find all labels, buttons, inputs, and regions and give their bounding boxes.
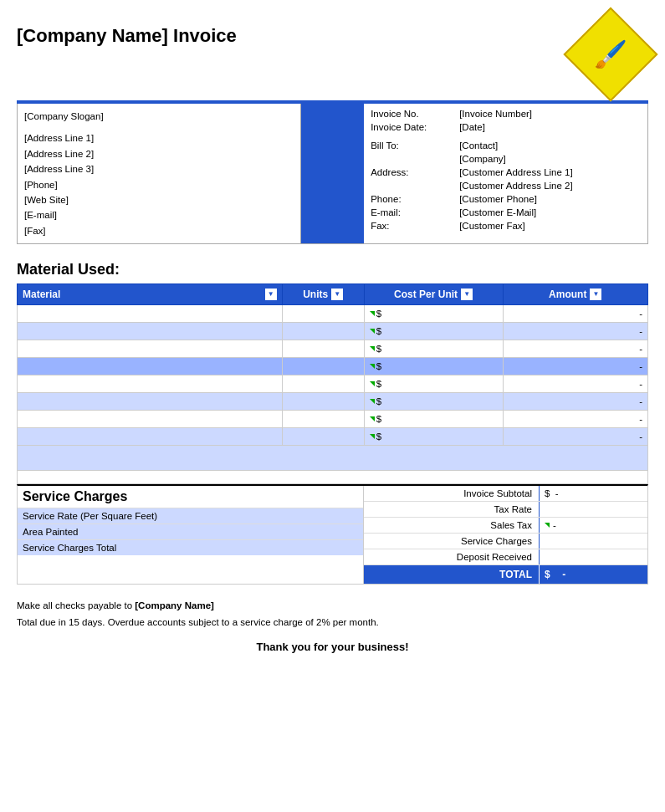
company-fax: [Fax] (24, 223, 294, 238)
tax-rate-value (539, 502, 647, 517)
amount-cell[interactable]: - (503, 358, 647, 375)
units-cell[interactable] (282, 323, 364, 340)
amount-cell[interactable]: - (503, 305, 647, 323)
table-row: $- (18, 411, 648, 428)
materials-table: Material ▼ Units ▼ Cost Per Unit ▼ (17, 283, 648, 446)
address-row: Address: [Customer Address Line 1] (364, 166, 647, 179)
material-cell[interactable] (18, 340, 283, 358)
sales-tax-label: Sales Tax (364, 518, 539, 533)
table-row: $- (18, 375, 648, 393)
phone-label: Phone: (364, 193, 456, 205)
units-cell[interactable] (282, 428, 364, 446)
header: [Company Name] Invoice 🖌️ (17, 17, 648, 92)
service-charges-value (539, 534, 647, 549)
materials-section: Material Used: Material ▼ Units ▼ (17, 261, 648, 484)
units-cell[interactable] (282, 358, 364, 375)
cost-cell[interactable]: $ (364, 358, 503, 375)
material-filter-arrow[interactable]: ▼ (265, 289, 277, 300)
address-line1-value: [Customer Address Line 1] (456, 166, 647, 178)
info-section: [Company Slogan] [Address Line 1] [Addre… (17, 104, 648, 244)
cost-cell[interactable]: $ (364, 393, 503, 411)
units-cell[interactable] (282, 340, 364, 358)
material-cell[interactable] (18, 305, 283, 323)
phone-row: Phone: [Customer Phone] (364, 192, 647, 206)
units-filter-arrow[interactable]: ▼ (331, 289, 343, 300)
units-cell[interactable] (282, 393, 364, 411)
info-middle-blue (301, 104, 364, 243)
total-label: TOTAL (364, 565, 539, 584)
material-cell[interactable] (18, 358, 283, 375)
table-row: $- (18, 323, 648, 340)
bill-to-company-row: [Company] (364, 152, 647, 166)
bill-to-row: Bill To: [Contact] (364, 139, 647, 152)
address-line2-value: [Customer Address Line 2] (456, 180, 647, 192)
bill-to-company-label (364, 153, 456, 165)
amount-cell[interactable]: - (503, 323, 647, 340)
cost-cell[interactable]: $ (364, 340, 503, 358)
company-slogan: [Company Slogan] (24, 109, 294, 124)
cost-cell[interactable]: $ (364, 411, 503, 428)
green-corner-icon (545, 523, 550, 528)
service-charges-label: Service Charges (364, 534, 539, 549)
total-row: TOTAL $ - (364, 565, 647, 584)
cost-cell[interactable]: $ (364, 428, 503, 446)
service-rate-row: Service Rate (Per Square Feet) (18, 508, 363, 523)
deposit-received-value (539, 549, 647, 564)
logo-icon: 🖌️ (594, 38, 627, 70)
invoice-no-value: [Invoice Number] (456, 108, 647, 120)
table-row: $- (18, 305, 648, 323)
bill-to-label: Bill To: (364, 140, 456, 151)
address-line1: [Address Line 1] (24, 130, 294, 146)
empty-area-blue (17, 446, 648, 471)
empty-area-white (17, 471, 648, 484)
amount-cell[interactable]: - (503, 428, 647, 446)
amount-cell[interactable]: - (503, 340, 647, 358)
th-cost-per-unit[interactable]: Cost Per Unit ▼ (364, 284, 503, 305)
deposit-received-label: Deposit Received (364, 549, 539, 564)
table-row: $- (18, 340, 648, 358)
cost-cell[interactable]: $ (364, 323, 503, 340)
service-left: Service Charges Service Rate (Per Square… (18, 486, 364, 584)
sales-tax-value: - (539, 518, 647, 533)
cost-filter-arrow[interactable]: ▼ (461, 289, 473, 300)
amount-filter-arrow[interactable]: ▼ (590, 289, 601, 300)
th-material[interactable]: Material ▼ (18, 284, 283, 305)
cost-cell[interactable]: $ (364, 305, 503, 323)
th-amount[interactable]: Amount ▼ (503, 284, 647, 305)
service-charges-title: Service Charges (18, 486, 363, 508)
material-cell[interactable] (18, 428, 283, 446)
amount-cell[interactable]: - (503, 375, 647, 393)
invoice-no-row: Invoice No. [Invoice Number] (364, 107, 647, 120)
table-row: $- (18, 393, 648, 411)
th-units[interactable]: Units ▼ (282, 284, 364, 305)
service-charges-row: Service Charges (364, 534, 647, 549)
fax-label: Fax: (364, 220, 456, 232)
green-corner-icon (370, 434, 375, 439)
amount-cell[interactable]: - (503, 411, 647, 428)
material-cell[interactable] (18, 411, 283, 428)
invoice-subtotal-label: Invoice Subtotal (364, 486, 539, 501)
units-cell[interactable] (282, 375, 364, 393)
fax-row: Fax: [Customer Fax] (364, 219, 647, 232)
cost-cell[interactable]: $ (364, 375, 503, 393)
bottom-section: Service Charges Service Rate (Per Square… (17, 484, 648, 585)
footer: Make all checks payable to [Company Name… (17, 598, 648, 631)
fax-value: [Customer Fax] (456, 220, 647, 232)
table-row: $- (18, 358, 648, 375)
material-cell[interactable] (18, 323, 283, 340)
invoice-date-label: Invoice Date: (364, 121, 456, 133)
green-corner-icon (370, 346, 375, 351)
tax-rate-row: Tax Rate (364, 502, 647, 518)
logo-container: 🖌️ (573, 17, 648, 92)
phone-value: [Customer Phone] (456, 193, 647, 205)
material-cell[interactable] (18, 393, 283, 411)
units-cell[interactable] (282, 305, 364, 323)
email-value: [Customer E-Mail] (456, 207, 647, 218)
material-cell[interactable] (18, 375, 283, 393)
green-corner-icon (370, 311, 375, 316)
green-corner-icon (370, 364, 375, 369)
invoice-subtotal-value: $ - (539, 486, 647, 501)
invoice-info: Invoice No. [Invoice Number] Invoice Dat… (364, 104, 647, 243)
units-cell[interactable] (282, 411, 364, 428)
amount-cell[interactable]: - (503, 393, 647, 411)
